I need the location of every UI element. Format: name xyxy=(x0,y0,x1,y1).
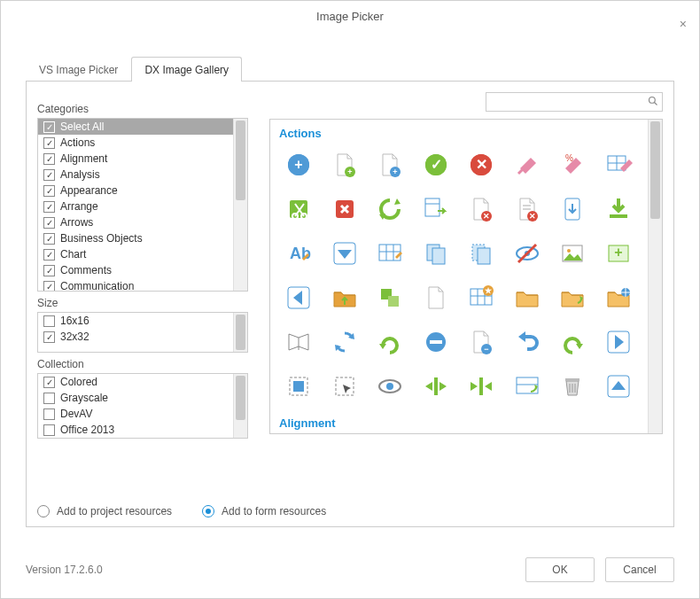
select-cursor-icon[interactable] xyxy=(325,367,364,406)
export-icon[interactable] xyxy=(599,323,638,362)
tab-panel: Categories ✓Select All✓Actions✓Alignment… xyxy=(26,81,674,527)
category-label: Alignment xyxy=(60,152,107,165)
collection-row[interactable]: Grayscale xyxy=(38,390,233,406)
out-icon[interactable] xyxy=(462,367,501,406)
radio-form-resources[interactable]: Add to form resources xyxy=(202,505,326,517)
category-row[interactable]: ✓Chart xyxy=(38,246,233,262)
tab-dx-image-gallery[interactable]: DX Image Gallery xyxy=(131,57,242,82)
text-icon[interactable]: Ab xyxy=(279,234,318,273)
forbid-icon[interactable] xyxy=(416,323,455,362)
download-icon[interactable] xyxy=(599,190,638,229)
select-icon[interactable] xyxy=(279,367,318,406)
add-image-icon[interactable]: + xyxy=(599,234,638,273)
down-box-icon[interactable] xyxy=(325,234,364,273)
category-row[interactable]: ✓Comments xyxy=(38,262,233,278)
radio-label: Add to form resources xyxy=(222,505,326,517)
upload-icon[interactable] xyxy=(599,367,638,406)
refresh-icon[interactable] xyxy=(370,190,409,229)
convert-icon[interactable] xyxy=(416,190,455,229)
clear-icon[interactable] xyxy=(508,145,547,184)
close-icon[interactable] xyxy=(325,190,364,229)
cancel-icon[interactable]: ✕ xyxy=(462,145,501,184)
category-row[interactable]: ✓Actions xyxy=(38,135,233,151)
open-up-icon[interactable] xyxy=(325,278,364,317)
checkbox-icon: ✓ xyxy=(43,137,55,149)
svg-text:+: + xyxy=(347,167,352,176)
collection-list: ✓ColoredGrayscaleDevAVOffice 2013 xyxy=(38,374,233,438)
category-label: Arrange xyxy=(60,200,98,213)
checkbox-icon xyxy=(43,315,55,327)
scrollbar[interactable] xyxy=(233,313,247,352)
redo-icon[interactable] xyxy=(370,323,409,362)
delete-list-icon[interactable]: ✕ xyxy=(508,190,547,229)
trash-icon[interactable] xyxy=(553,367,592,406)
dialog-title: Image Picker xyxy=(316,10,384,23)
sync-icon[interactable] xyxy=(325,323,364,362)
scrollbar[interactable] xyxy=(233,119,247,291)
delete-item-icon[interactable]: ✕ xyxy=(462,190,501,229)
clear-format-icon[interactable]: % xyxy=(553,145,592,184)
category-row[interactable]: ✓Arrange xyxy=(38,198,233,214)
tab-label: DX Image Gallery xyxy=(144,64,229,76)
back-icon[interactable] xyxy=(279,278,318,317)
tab-vs-image-picker[interactable]: VS Image Picker xyxy=(26,57,131,82)
category-row[interactable]: ✓Communication xyxy=(38,278,233,291)
in-icon[interactable] xyxy=(416,367,455,406)
collection-row[interactable]: Office 2013 xyxy=(38,422,233,438)
design-icon[interactable] xyxy=(508,367,547,406)
ok-button[interactable]: OK xyxy=(525,557,595,582)
new-grid-icon[interactable]: ★ xyxy=(462,278,501,317)
radio-project-resources[interactable]: Add to project resources xyxy=(37,505,172,517)
add-item-icon[interactable]: + xyxy=(370,145,409,184)
remove-item-icon[interactable]: − xyxy=(462,323,501,362)
columns: Categories ✓Select All✓Actions✓Alignment… xyxy=(37,97,663,480)
category-row[interactable]: ✓Analysis xyxy=(38,167,233,183)
collection-row[interactable]: ✓Colored xyxy=(38,374,233,390)
category-row[interactable]: ✓Arrows xyxy=(38,214,233,230)
size-row[interactable]: ✓32x32 xyxy=(38,329,233,345)
category-row[interactable]: ✓Business Objects xyxy=(38,230,233,246)
undo-icon[interactable] xyxy=(508,323,547,362)
paste-icon[interactable] xyxy=(462,234,501,273)
down-file-icon[interactable] xyxy=(553,190,592,229)
add-file-icon[interactable]: + xyxy=(325,145,364,184)
hide-icon[interactable] xyxy=(508,234,547,273)
category-row[interactable]: ✓Alignment xyxy=(38,151,233,167)
cut-icon[interactable] xyxy=(279,190,318,229)
svg-rect-23 xyxy=(425,198,439,216)
collection-row[interactable]: DevAV xyxy=(38,406,233,422)
clear-table-icon[interactable] xyxy=(599,145,638,184)
scrollbar[interactable] xyxy=(233,374,247,438)
folder-web-icon[interactable] xyxy=(599,278,638,317)
cancel-button[interactable]: Cancel xyxy=(605,557,674,582)
group-icon[interactable] xyxy=(370,278,409,317)
svg-text:%: % xyxy=(565,153,573,163)
delete-table-icon[interactable] xyxy=(370,234,409,273)
reload-icon[interactable] xyxy=(553,323,592,362)
category-row[interactable]: ✓Select All xyxy=(38,119,233,135)
checkbox-icon: ✓ xyxy=(43,377,55,388)
apply-icon[interactable]: ✓ xyxy=(416,145,455,184)
close-icon[interactable]: × xyxy=(680,8,687,40)
category-label: Business Objects xyxy=(60,232,143,245)
svg-text:✕: ✕ xyxy=(476,157,487,172)
category-label: Arrows xyxy=(60,216,93,229)
button-label: OK xyxy=(552,564,567,576)
add-icon[interactable]: + xyxy=(279,145,318,184)
radio-dot-icon xyxy=(202,505,214,517)
image-icon[interactable] xyxy=(553,234,592,273)
right-column: Actions+++✓✕%✕✕Ab+★−Alignment xyxy=(269,119,663,480)
scrollbar[interactable] xyxy=(648,120,662,433)
search-input[interactable] xyxy=(486,93,644,111)
view-icon[interactable] xyxy=(370,367,409,406)
category-row[interactable]: ✓Appearance xyxy=(38,183,233,198)
size-row[interactable]: 16x16 xyxy=(38,313,233,329)
copy-icon[interactable] xyxy=(416,234,455,273)
folder-icon[interactable] xyxy=(508,278,547,317)
folder-up-icon[interactable] xyxy=(553,278,592,317)
search-icon[interactable] xyxy=(644,96,662,109)
tab-label: VS Image Picker xyxy=(39,64,118,76)
book-icon[interactable] xyxy=(279,323,318,362)
checkbox-icon: ✓ xyxy=(43,169,55,181)
blank-icon[interactable] xyxy=(416,278,455,317)
